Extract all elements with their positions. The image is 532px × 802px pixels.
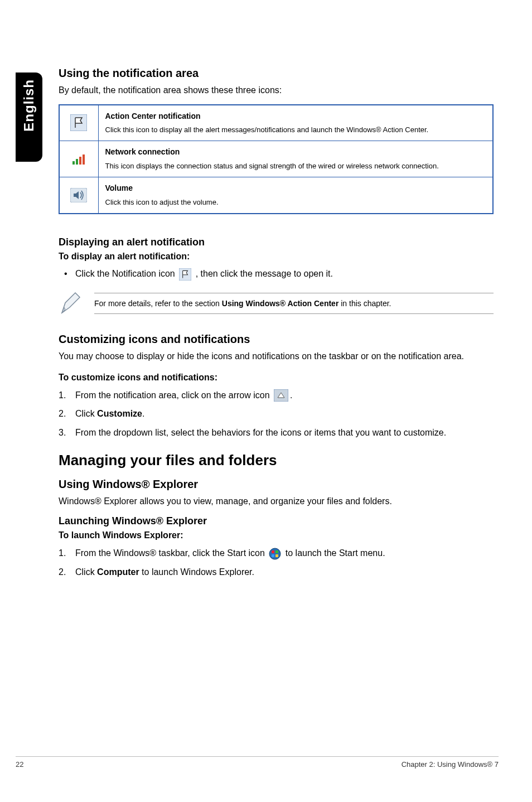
row-title: Network connection <box>105 147 486 158</box>
launching-heading: Launching Windows® Explorer <box>59 515 494 527</box>
flag-icon <box>179 268 191 281</box>
step-text-post: . <box>290 390 292 400</box>
arrow-up-icon <box>274 389 288 402</box>
network-icon-cell <box>59 141 98 177</box>
table-row: Network connection This icon displays th… <box>59 141 493 177</box>
alert-bullet-pre: Click the Notification icon <box>75 269 177 278</box>
language-tab-label: English <box>21 79 37 132</box>
svg-point-8 <box>269 548 280 559</box>
step-text-pre: From the Windows® taskbar, click the Sta… <box>75 548 267 558</box>
alert-bullet: Click the Notification icon , then click… <box>75 267 494 281</box>
windows-start-icon <box>269 548 281 560</box>
step-text-pre: From the notification area, click on the… <box>75 390 272 400</box>
svg-rect-9 <box>272 550 274 553</box>
speaker-icon <box>70 188 87 202</box>
note-block: For more details, refer to the section U… <box>59 291 494 316</box>
step-text-post: . <box>142 409 144 418</box>
svg-rect-11 <box>272 554 274 557</box>
customize-step-1: 1. From the notification area, click on … <box>75 388 494 403</box>
table-row: Action Center notification Click this ic… <box>59 105 493 141</box>
step-text-pre: Click <box>75 409 97 418</box>
managing-heading: Managing your files and folders <box>59 452 494 469</box>
row-title: Action Center notification <box>105 111 486 122</box>
svg-rect-4 <box>83 154 85 165</box>
customize-step-3: 3. From the dropdown list, select the be… <box>75 426 494 440</box>
step-text: From the dropdown list, select the behav… <box>75 428 446 437</box>
alert-subheading: To display an alert notification: <box>59 252 494 262</box>
svg-rect-2 <box>76 159 78 165</box>
alert-bullet-post: , then click the message to open it. <box>196 269 333 278</box>
row-title: Volume <box>105 183 486 194</box>
note-text: For more details, refer to the section U… <box>94 293 494 314</box>
row-desc: This icon displays the connection status… <box>105 162 439 170</box>
pencil-note-icon <box>59 291 84 316</box>
launch-step-2: 2. Click Computer to launch Windows Expl… <box>75 565 494 579</box>
customize-subheading: To customize icons and notifications: <box>59 373 494 383</box>
notification-area-heading: Using the notification area <box>59 67 494 80</box>
step-text-pre: Click <box>75 567 97 577</box>
notification-area-lead: By default, the notification area shows … <box>59 84 494 96</box>
page-number: 22 <box>16 760 23 769</box>
alert-heading: Displaying an alert notification <box>59 236 494 248</box>
notification-icons-table: Action Center notification Click this ic… <box>59 104 494 214</box>
chapter-label: Chapter 2: Using Windows® 7 <box>402 760 499 769</box>
volume-icon-cell <box>59 177 98 214</box>
flag-icon <box>70 114 87 131</box>
svg-rect-3 <box>79 157 81 165</box>
step-text-bold: Customize <box>97 409 142 418</box>
svg-rect-12 <box>275 554 278 557</box>
action-center-desc-cell: Action Center notification Click this ic… <box>98 105 493 141</box>
customize-lead: You may choose to display or hide the ic… <box>59 350 494 363</box>
svg-rect-1 <box>72 161 75 165</box>
network-desc-cell: Network connection This icon displays th… <box>98 141 493 177</box>
language-tab: English <box>16 73 42 162</box>
explorer-heading: Using Windows® Explorer <box>59 478 494 491</box>
row-desc: Click this icon to adjust the volume. <box>105 198 219 206</box>
note-pre: For more details, refer to the section <box>94 299 222 308</box>
step-text-post: to launch Windows Explorer. <box>139 567 254 577</box>
note-post: in this chapter. <box>338 299 391 308</box>
table-row: Volume Click this icon to adjust the vol… <box>59 177 493 214</box>
network-signal-icon <box>70 151 87 167</box>
step-text-bold: Computer <box>97 567 139 577</box>
launch-step-1: 1. From the Windows® taskbar, click the … <box>75 546 494 561</box>
launching-subheading: To launch Windows Explorer: <box>59 530 494 540</box>
volume-desc-cell: Volume Click this icon to adjust the vol… <box>98 177 493 214</box>
main-content: Using the notification area By default, … <box>59 67 494 590</box>
page-footer: 22 Chapter 2: Using Windows® 7 <box>16 756 499 769</box>
customize-step-2: 2. Click Customize. <box>75 407 494 421</box>
customize-heading: Customizing icons and notifications <box>59 333 494 346</box>
row-desc: Click this icon to display all the alert… <box>105 125 429 134</box>
note-bold: Using Windows® Action Center <box>222 299 339 308</box>
action-center-icon-cell <box>59 105 98 141</box>
explorer-lead: Windows® Explorer allows you to view, ma… <box>59 495 494 508</box>
svg-rect-10 <box>275 550 278 553</box>
step-text-post: to launch the Start menu. <box>286 548 385 558</box>
